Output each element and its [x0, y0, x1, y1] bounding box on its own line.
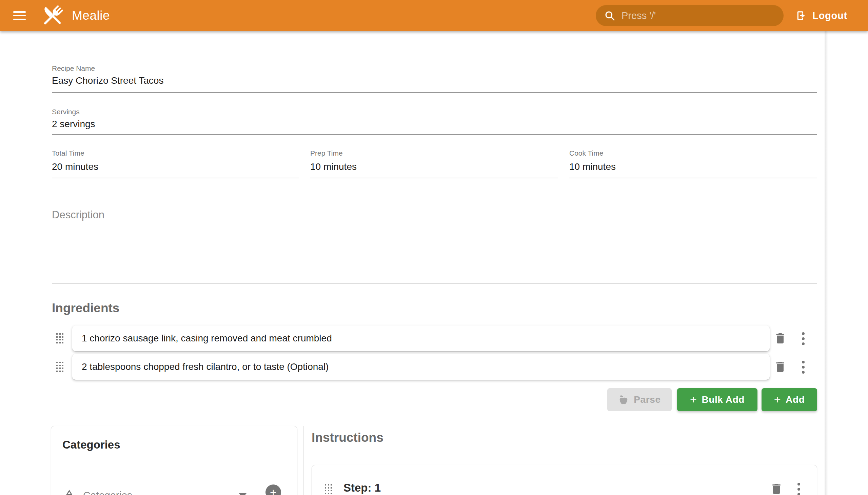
logout-button[interactable]: Logout — [796, 0, 847, 31]
delete-ingredient-icon[interactable] — [773, 360, 787, 374]
plus-icon: + — [690, 394, 697, 405]
kebab-menu-icon[interactable] — [802, 361, 805, 374]
logout-label: Logout — [812, 10, 847, 21]
delete-ingredient-icon[interactable] — [773, 331, 787, 345]
search-input[interactable] — [622, 10, 776, 21]
prep-time-underline — [310, 178, 558, 178]
search-icon — [604, 10, 615, 21]
prep-time-label: Prep Time — [310, 149, 343, 157]
column-divider — [304, 426, 304, 495]
app-header: Mealie Logout — [0, 0, 868, 31]
app-title: Mealie — [72, 0, 110, 31]
apple-icon — [618, 394, 629, 405]
drag-handle-icon[interactable] — [325, 484, 333, 494]
recipe-name-underline — [52, 92, 817, 93]
add-label: Add — [786, 394, 805, 405]
delete-step-icon[interactable] — [770, 482, 783, 495]
plus-icon: + — [774, 394, 781, 405]
total-time-underline — [52, 178, 299, 178]
recipe-name-input[interactable] — [52, 75, 798, 86]
categories-divider — [57, 461, 292, 461]
add-category-button[interactable]: + — [266, 484, 281, 495]
prep-time-input[interactable] — [310, 161, 548, 172]
description-label: Description — [52, 209, 104, 221]
ingredients-heading: Ingredients — [52, 301, 119, 315]
step-title: Step: 1 — [343, 481, 381, 494]
servings-underline — [52, 134, 817, 135]
cook-time-input[interactable] — [569, 161, 806, 172]
parse-button[interactable]: Parse — [607, 388, 672, 411]
servings-label: Servings — [52, 108, 80, 116]
content-edge-shadow — [824, 31, 829, 495]
categories-card: Categories Categories + — [51, 426, 297, 495]
logout-icon — [796, 10, 807, 21]
drag-handle-icon[interactable] — [56, 362, 64, 372]
chevron-down-icon — [239, 493, 246, 495]
mealie-logo-icon[interactable] — [40, 3, 65, 29]
ingredient-row — [72, 325, 770, 351]
recipe-editor: Recipe Name Servings Total Time Prep Tim… — [0, 31, 824, 495]
instructions-heading: Instructions — [311, 431, 384, 445]
ingredient-input[interactable] — [82, 333, 760, 344]
description-underline — [52, 283, 817, 284]
ingredient-input[interactable] — [82, 361, 760, 372]
recipe-name-label: Recipe Name — [52, 64, 95, 72]
instruction-step-card: Step: 1 Combine crumbled chorizo and chi… — [311, 465, 817, 495]
total-time-label: Total Time — [52, 149, 84, 157]
servings-input[interactable] — [52, 119, 798, 130]
hamburger-menu-icon[interactable] — [13, 11, 26, 20]
ingredient-row — [72, 354, 770, 380]
categories-select-placeholder: Categories — [83, 490, 232, 495]
bulk-add-button[interactable]: + Bulk Add — [677, 388, 758, 411]
shapes-icon — [63, 489, 75, 495]
drag-handle-icon[interactable] — [56, 333, 64, 343]
total-time-input[interactable] — [52, 161, 289, 172]
bulk-add-label: Bulk Add — [701, 394, 745, 405]
categories-card-title: Categories — [62, 438, 120, 451]
add-button[interactable]: + Add — [762, 388, 817, 411]
parse-label: Parse — [634, 394, 661, 405]
cook-time-underline — [569, 178, 817, 178]
search-bar[interactable] — [596, 5, 784, 26]
cook-time-label: Cook Time — [569, 149, 603, 157]
kebab-menu-icon[interactable] — [802, 332, 805, 345]
kebab-menu-icon[interactable] — [798, 483, 800, 495]
description-textarea[interactable] — [52, 221, 817, 280]
categories-select[interactable]: Categories — [63, 486, 246, 495]
